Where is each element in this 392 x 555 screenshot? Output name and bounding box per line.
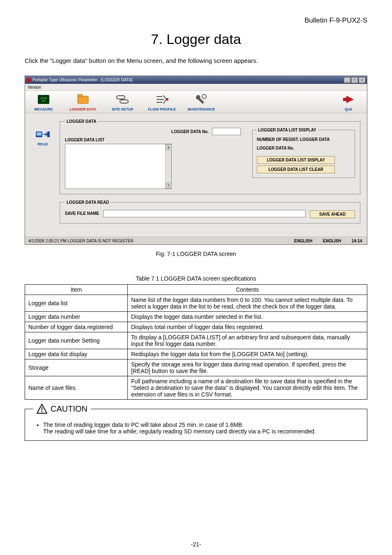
table-cell-item: Logger data list display [25, 349, 128, 359]
maintenance-icon [194, 93, 208, 106]
save-ahead-button[interactable]: SAVE AHEAD [310, 210, 355, 218]
caution-title: CAUTION [51, 404, 88, 414]
status-lang-1: ENGLISH [289, 237, 318, 244]
table-row: Logger data list Name list of the logger… [25, 295, 367, 312]
list-display-logger-no-label: LOGGER DATA No. [257, 146, 350, 150]
section-title: 7. Logger data [25, 31, 367, 47]
scroll-up-icon[interactable]: ▲ [166, 144, 172, 150]
toolbar-measure[interactable]: 123.452523 MEASURE [29, 93, 58, 111]
save-file-input[interactable] [103, 210, 306, 217]
group-logger-read-legend: LOGGER DATA READ [65, 200, 111, 205]
logger-no-label: LOGGER DATA No. [171, 129, 209, 134]
title-bar: Portable Type Ultrasonic Flowmeter - [LO… [25, 76, 367, 84]
toolbar-flow-profile[interactable]: FLOW PROFILE [148, 93, 176, 111]
save-file-label: SAVE FILE NAME [65, 211, 99, 216]
toolbar-flow-profile-label: FLOW PROFILE [148, 107, 176, 111]
status-lang-2: ENGLISH [318, 237, 346, 244]
bulletin-id: Bulletin F-9-PUX2-S [25, 16, 367, 25]
svg-rect-6 [120, 100, 128, 103]
svg-text:123.45: 123.45 [40, 97, 47, 99]
svg-rect-5 [117, 96, 125, 99]
table-cell-contents: Displays the logger data number selected… [128, 312, 367, 322]
table-cell-contents: Redisplays the logger data list from the… [128, 349, 367, 359]
status-time: 14:14 [346, 237, 367, 244]
table-cell-contents: Specify the storage area for logger data… [128, 359, 367, 376]
caution-legend: CAUTION [33, 403, 91, 414]
toolbar-measure-label: MEASURE [34, 107, 53, 111]
table-cell-item: Storage [25, 359, 128, 376]
table-head-item: Item [25, 285, 128, 295]
group-logger-data: LOGGER DATA LOGGER DATA No. LOGGER DATA … [60, 119, 360, 194]
toolbar-maintenance[interactable]: MAINTENANCE [187, 93, 216, 111]
table-caption: Table 7 1 LOGGER DATA screen specificati… [25, 275, 367, 282]
toolbar-logger-data-label: LOGGER DATA [69, 107, 96, 111]
toolbar-site-setup[interactable]: SITE SETUP [108, 93, 137, 111]
status-bar: 4/1/2009 2:00:21 PM LOGGER DATA IS NOT R… [25, 237, 367, 244]
toolbar-logger-data[interactable]: LOGGER DATA [69, 93, 97, 111]
group-logger-read: LOGGER DATA READ SAVE FILE NAME SAVE AHE… [60, 200, 360, 223]
table-cell-contents: Name list of the logger data numbers fro… [128, 295, 367, 312]
menu-version[interactable]: Version [28, 85, 41, 90]
logger-data-icon [76, 93, 90, 106]
table-cell-item: Number of logger data registered [25, 322, 128, 332]
svg-rect-0 [38, 95, 49, 104]
intro-text: Click the "Logger data" button on the Me… [25, 57, 367, 64]
logger-data-list[interactable]: ▲ ▼ [65, 144, 172, 189]
num-regist-label: NUMBER OF REGIST. LOGGER DATA [257, 137, 350, 142]
toolbar-quit-label: Quit [345, 107, 352, 111]
svg-point-13 [42, 411, 43, 412]
scroll-down-icon[interactable]: ▼ [166, 182, 172, 189]
toolbar-site-setup-label: SITE SETUP [112, 107, 134, 111]
toolbar: 123.452523 MEASURE LOGGER DATA SITE SETU… [25, 91, 367, 113]
table-cell-item: Name of save files [25, 376, 128, 400]
table-cell-item: Logger data number [25, 312, 128, 322]
read-icon[interactable] [35, 128, 51, 140]
status-message: 4/1/2009 2:00:21 PM LOGGER DATA IS NOT R… [25, 237, 289, 244]
window-title: Portable Type Ultrasonic Flowmeter - [LO… [32, 78, 132, 82]
minimize-button[interactable]: _ [344, 77, 350, 83]
toolbar-maintenance-label: MAINTENANCE [188, 107, 215, 111]
toolbar-quit[interactable]: Quit [334, 93, 363, 111]
scrollbar[interactable]: ▲ ▼ [165, 144, 171, 189]
table-row: Logger data list display Redisplays the … [25, 349, 367, 359]
caution-line-2: The reading will take time for a while; … [43, 428, 316, 435]
table-head-contents: Contents [128, 285, 367, 295]
list-display-button[interactable]: LOGGER DATA LIST DISPLAY [257, 156, 335, 164]
menu-bar[interactable]: Version [25, 84, 367, 91]
table-row: Storage Specify the storage area for log… [25, 359, 367, 376]
svg-point-7 [166, 98, 168, 101]
measure-icon: 123.452523 [37, 93, 51, 106]
app-window: Portable Type Ultrasonic Flowmeter - [LO… [25, 76, 367, 245]
svg-point-8 [202, 94, 206, 99]
maximize-button[interactable]: □ [351, 77, 358, 83]
logger-no-input[interactable] [212, 128, 241, 135]
group-list-display-legend: LOGGER DATA LIST DISPLAY [257, 128, 318, 132]
table-cell-contents: To display a [LOGGER DATA LIST] of an ar… [128, 332, 367, 349]
close-button[interactable]: × [359, 77, 365, 83]
warning-icon [37, 403, 47, 414]
svg-rect-4 [78, 94, 83, 97]
table-cell-item: Logger data list [25, 295, 128, 312]
site-setup-icon [115, 93, 129, 106]
read-label: READ [37, 142, 48, 146]
caution-box: CAUTION The time of reading logger data … [25, 409, 367, 441]
group-logger-data-legend: LOGGER DATA [65, 119, 98, 124]
svg-text:2523: 2523 [42, 100, 46, 102]
table-cell-item: Logger data number Setting [25, 332, 128, 349]
svg-rect-10 [37, 132, 42, 136]
group-list-display: LOGGER DATA LIST DISPLAY NUMBER OF REGIS… [252, 128, 355, 178]
quit-icon [341, 93, 355, 106]
table-row: Number of logger data registered Display… [25, 322, 367, 332]
table-row: Logger data number Displays the logger d… [25, 312, 367, 322]
svg-rect-3 [78, 96, 88, 104]
app-icon [27, 78, 31, 82]
page-number: -21- [0, 541, 392, 548]
logger-list-label: LOGGER DATA LIST [65, 138, 244, 142]
table-cell-contents: Full pathname including a name of a dest… [128, 376, 367, 400]
svg-rect-11 [47, 131, 50, 137]
flow-profile-icon [155, 93, 169, 106]
list-clear-button[interactable]: LOGGER DATA LIST CLEAR [257, 166, 335, 173]
table-row: Logger data number Setting To display a … [25, 332, 367, 349]
spec-table: Item Contents Logger data list Name list… [25, 284, 367, 400]
caution-line-1: The time of reading logger data to PC wi… [43, 421, 244, 428]
